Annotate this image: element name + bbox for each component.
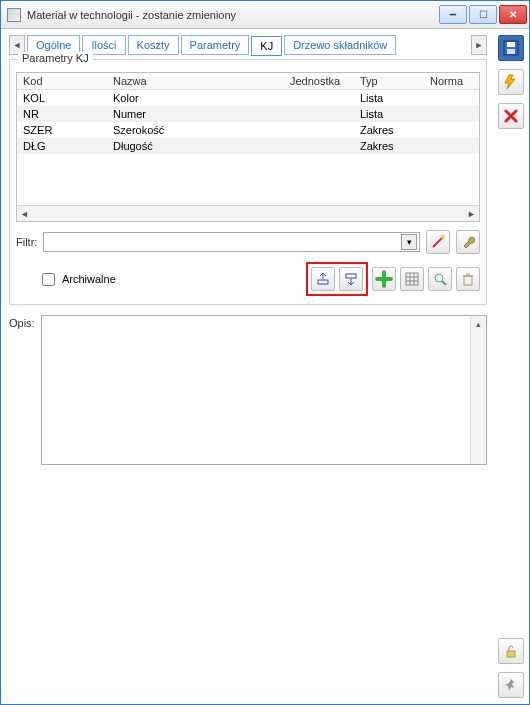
cell-jednostka: [284, 106, 354, 122]
cell-norma: [424, 138, 479, 154]
import-icon: [316, 272, 330, 286]
cell-norma: [424, 122, 479, 138]
app-icon: [7, 8, 21, 22]
svg-line-10: [442, 281, 446, 285]
svg-rect-11: [464, 276, 472, 285]
opis-label: Opis:: [9, 315, 35, 465]
col-norma[interactable]: Norma: [424, 73, 479, 90]
cell-nazwa: Kolor: [107, 90, 284, 107]
grid-icon: [405, 272, 419, 286]
cell-jednostka: [284, 138, 354, 154]
zoom-button[interactable]: [428, 267, 452, 291]
col-typ[interactable]: Typ: [354, 73, 424, 90]
params-table[interactable]: Kod Nazwa Jednostka Typ Norma KOLKolorLi…: [17, 73, 479, 154]
cell-kod: KOL: [17, 90, 107, 107]
svg-rect-16: [507, 49, 515, 54]
save-icon: [503, 40, 519, 56]
cell-typ: Zakres: [354, 122, 424, 138]
wrench-icon: [461, 235, 475, 249]
export-button[interactable]: [339, 267, 363, 291]
table-h-scrollbar[interactable]: ◄►: [17, 205, 479, 221]
flash-icon: [503, 74, 519, 90]
highlighted-buttons: [306, 262, 368, 296]
lock-button[interactable]: [498, 638, 524, 664]
cell-typ: Lista: [354, 106, 424, 122]
filter-wand-button[interactable]: [426, 230, 450, 254]
svg-point-9: [435, 274, 443, 282]
chevron-down-icon[interactable]: ▾: [401, 234, 417, 250]
svg-rect-2: [318, 280, 328, 284]
table-row[interactable]: SZERSzerokośćZakres: [17, 122, 479, 138]
opis-v-scrollbar[interactable]: ▴: [470, 316, 486, 464]
close-icon: [504, 109, 518, 123]
svg-rect-17: [507, 651, 515, 657]
archive-checkbox[interactable]: [42, 273, 55, 286]
params-table-wrap: Kod Nazwa Jednostka Typ Norma KOLKolorLi…: [16, 72, 480, 222]
cancel-button[interactable]: [498, 103, 524, 129]
wand-icon: [431, 235, 445, 249]
flash-button[interactable]: [498, 69, 524, 95]
trash-icon: [461, 272, 475, 286]
lock-icon: [504, 644, 518, 658]
cell-kod: SZER: [17, 122, 107, 138]
maximize-button[interactable]: ☐: [469, 5, 497, 24]
svg-rect-15: [507, 42, 515, 47]
filter-label: Filtr:: [16, 236, 37, 248]
add-icon: [375, 270, 393, 288]
cell-jednostka: [284, 90, 354, 107]
pin-button[interactable]: [498, 672, 524, 698]
cell-nazwa: Numer: [107, 106, 284, 122]
app-window: Materiał w technologii - zostanie zmieni…: [0, 0, 530, 705]
cell-typ: Zakres: [354, 138, 424, 154]
svg-rect-4: [406, 273, 418, 285]
tab-parametry[interactable]: Parametry: [181, 35, 250, 55]
grid-button[interactable]: [400, 267, 424, 291]
cell-jednostka: [284, 122, 354, 138]
cell-kod: NR: [17, 106, 107, 122]
table-header-row: Kod Nazwa Jednostka Typ Norma: [17, 73, 479, 90]
groupbox-parametry-kj: Parametry KJ Kod Nazwa Jednostka Typ Nor…: [9, 59, 487, 305]
titlebar: Materiał w technologii - zostanie zmieni…: [1, 1, 529, 29]
delete-button[interactable]: [456, 267, 480, 291]
cell-nazwa: Szerokość: [107, 122, 284, 138]
zoom-icon: [433, 272, 447, 286]
export-icon: [344, 272, 358, 286]
window-title: Materiał w technologii - zostanie zmieni…: [27, 9, 439, 21]
col-kod[interactable]: Kod: [17, 73, 107, 90]
tab-drzewo[interactable]: Drzewo składników: [284, 35, 396, 55]
col-nazwa[interactable]: Nazwa: [107, 73, 284, 90]
save-button[interactable]: [498, 35, 524, 61]
svg-rect-3: [346, 274, 356, 278]
close-button[interactable]: ✕: [499, 5, 527, 24]
table-row[interactable]: NRNumerLista: [17, 106, 479, 122]
col-jednostka[interactable]: Jednostka: [284, 73, 354, 90]
svg-point-1: [441, 235, 445, 239]
tab-kj[interactable]: KJ: [251, 36, 282, 56]
cell-typ: Lista: [354, 90, 424, 107]
table-row[interactable]: DŁGDługośćZakres: [17, 138, 479, 154]
cell-norma: [424, 106, 479, 122]
table-row[interactable]: KOLKolorLista: [17, 90, 479, 107]
add-button[interactable]: [372, 267, 396, 291]
filter-combo[interactable]: ▾: [43, 232, 420, 252]
import-button[interactable]: [311, 267, 335, 291]
cell-nazwa: Długość: [107, 138, 284, 154]
archive-label: Archiwalne: [62, 273, 116, 285]
cell-norma: [424, 90, 479, 107]
filter-settings-button[interactable]: [456, 230, 480, 254]
tab-scroll-right[interactable]: ►: [471, 35, 487, 55]
pin-icon: [504, 678, 518, 692]
groupbox-title: Parametry KJ: [18, 52, 93, 64]
tab-koszty[interactable]: Koszty: [128, 35, 179, 55]
cell-kod: DŁG: [17, 138, 107, 154]
svg-line-0: [433, 237, 443, 247]
minimize-button[interactable]: ━: [439, 5, 467, 24]
opis-textarea[interactable]: ▴: [41, 315, 487, 465]
